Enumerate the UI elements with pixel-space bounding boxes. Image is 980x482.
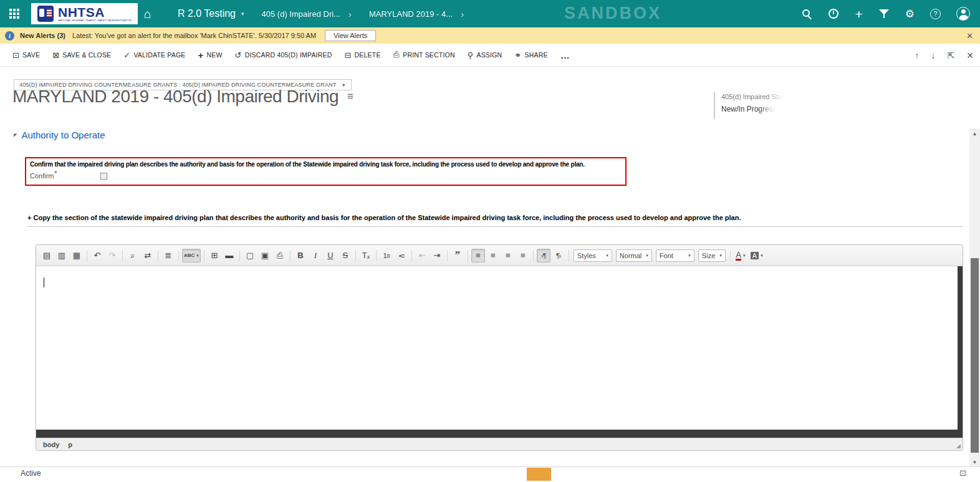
- close-button[interactable]: ✕: [966, 51, 974, 60]
- find-icon[interactable]: ⌕: [126, 249, 140, 263]
- align-left-icon[interactable]: ≡: [471, 249, 485, 263]
- remove-format-button[interactable]: Tₓ: [359, 249, 373, 263]
- home-icon[interactable]: ⌂: [144, 7, 151, 20]
- paste-from-word-icon[interactable]: ▦: [70, 249, 84, 263]
- print-icon[interactable]: ⎙: [273, 249, 287, 263]
- blockquote-icon[interactable]: ”: [451, 249, 464, 263]
- view-alerts-button[interactable]: View Alerts: [325, 30, 376, 41]
- help-icon[interactable]: ?: [930, 9, 941, 19]
- bullet-list-icon[interactable]: •≡: [395, 249, 408, 263]
- scroll-up-arrow[interactable]: ▲: [969, 128, 980, 139]
- background-color-button[interactable]: A▾: [749, 249, 765, 263]
- validate-page-button[interactable]: ✓VALIDATE PAGE: [117, 44, 191, 66]
- quick-create-icon[interactable]: +: [855, 7, 862, 21]
- paste-plain-text-icon[interactable]: ▥: [55, 249, 69, 263]
- save-button[interactable]: ⊡SAVE: [6, 44, 46, 66]
- bold-button[interactable]: B: [294, 249, 307, 263]
- preview-icon[interactable]: ▣: [258, 249, 272, 263]
- page-title: MARYLAND 2019 - 405(d) Impaired Driving …: [12, 87, 353, 107]
- nhtsa-logo[interactable]: NHTSA NATIONAL HIGHWAY TRAFFIC SAFETY AD…: [31, 3, 138, 24]
- new-button[interactable]: +NEW: [192, 44, 229, 66]
- glyph: B: [297, 251, 303, 260]
- discard-button[interactable]: ↺DISCARD 405(D) IMPAIRED: [229, 44, 339, 66]
- increase-indent-icon[interactable]: ⇥: [430, 249, 444, 263]
- unsaved-indicator-icon: ⊡: [959, 468, 966, 478]
- record-title-text: MARYLAND 2019 - 405(d) Impaired Driving: [12, 87, 339, 107]
- status-field-label: 405(d) Impaired Statu: [721, 93, 784, 100]
- share-icon: ⚭: [514, 51, 521, 60]
- align-justify-icon[interactable]: ≡: [516, 249, 530, 263]
- app-launcher-button[interactable]: [0, 0, 29, 27]
- text-direction-ltr-icon[interactable]: ›¶: [537, 249, 550, 263]
- toolbar-separator: [533, 250, 534, 261]
- paste-icon[interactable]: ▤: [40, 249, 54, 263]
- chevron-down-icon: ▾: [761, 253, 763, 258]
- confirm-checkbox[interactable]: [100, 173, 107, 180]
- user-avatar[interactable]: [956, 7, 970, 21]
- glyph: ▣: [261, 251, 269, 260]
- text-direction-rtl-icon[interactable]: ¶‹: [552, 249, 565, 263]
- filter-icon[interactable]: [878, 8, 890, 19]
- replace-icon[interactable]: ⇄: [141, 249, 155, 263]
- settings-gear-icon[interactable]: ⚙: [905, 9, 915, 19]
- popout-button[interactable]: ⇱: [948, 51, 955, 60]
- more-commands-button[interactable]: …: [554, 44, 576, 66]
- underline-button[interactable]: U: [324, 249, 337, 263]
- form-selector-icon[interactable]: ≡: [347, 90, 353, 103]
- recent-items-icon[interactable]: [828, 8, 839, 19]
- print-section-button[interactable]: ⎙PRINT SECTION: [387, 44, 461, 66]
- save-and-close-icon: ⊠: [52, 51, 59, 60]
- size-dropdown[interactable]: Size▾: [698, 249, 726, 262]
- align-center-icon[interactable]: ≡: [486, 249, 500, 263]
- share-button[interactable]: ⚭SHARE: [508, 44, 554, 66]
- toolbar-separator: [447, 250, 448, 261]
- horizontal-line-icon[interactable]: ▬: [223, 249, 236, 263]
- styles-dropdown[interactable]: Styles▾: [574, 249, 612, 262]
- search-icon[interactable]: [801, 8, 812, 19]
- element-path-p[interactable]: p: [68, 441, 72, 448]
- editor-vertical-scrollbar[interactable]: [958, 266, 963, 430]
- element-path-body[interactable]: body: [43, 441, 59, 448]
- font-dropdown[interactable]: Font▾: [656, 249, 694, 262]
- format-dropdown[interactable]: Normal▾: [616, 249, 652, 262]
- editor-horizontal-scrollbar[interactable]: [36, 430, 963, 438]
- strikethrough-button[interactable]: S: [339, 249, 352, 263]
- resize-grip-icon[interactable]: [956, 444, 961, 448]
- assign-button[interactable]: ⚲ASSIGN: [461, 44, 509, 66]
- glyph: ≡: [506, 251, 511, 260]
- page-scrollbar[interactable]: ▲ ▼: [969, 128, 980, 468]
- breadcrumb-item-record[interactable]: MARYLAND 2019 - 4...: [369, 9, 453, 19]
- insert-table-icon[interactable]: ⊞: [208, 249, 221, 263]
- glyph: ≡: [521, 251, 526, 260]
- align-right-icon[interactable]: ≡: [501, 249, 515, 263]
- app-area-selector[interactable]: R 2.0 Testing ▾: [178, 8, 244, 19]
- spell-check-button[interactable]: ABC▾: [182, 249, 201, 263]
- italic-button[interactable]: I: [309, 249, 322, 263]
- header-status-field[interactable]: 405(d) Impaired Statu New/In Progress: [714, 92, 784, 119]
- scrollbar-thumb[interactable]: [971, 258, 979, 453]
- select-all-icon[interactable]: ≣: [161, 249, 175, 263]
- validate-page-icon: ✓: [123, 51, 130, 60]
- assign-icon: ⚲: [468, 51, 474, 60]
- previous-record-button[interactable]: ↑: [915, 51, 920, 60]
- waffle-icon: [9, 9, 12, 11]
- next-record-button[interactable]: ↓: [931, 51, 936, 60]
- save-and-close-button[interactable]: ⊠SAVE & CLOSE: [46, 44, 117, 66]
- glyph: •≡: [399, 252, 404, 259]
- toolbar-separator: [376, 250, 377, 261]
- text-color-button[interactable]: A▾: [734, 249, 747, 263]
- section-header-authority-to-operate[interactable]: ◤ Authority to Operate: [14, 130, 105, 140]
- glyph: ▢: [246, 251, 254, 260]
- alert-close-icon[interactable]: ✕: [966, 31, 973, 41]
- breadcrumb-item-entity[interactable]: 405 (d) Impaired Dri...: [262, 9, 340, 19]
- undo-icon[interactable]: ↶: [90, 249, 104, 263]
- delete-button[interactable]: ⊟DELETE: [338, 44, 387, 66]
- numbered-list-icon[interactable]: 1≡: [380, 249, 393, 263]
- new-page-icon[interactable]: ▢: [243, 249, 257, 263]
- editor-content[interactable]: [36, 266, 963, 430]
- toolbar-separator: [411, 250, 412, 261]
- more-commands-icon: …: [560, 50, 570, 60]
- command-label: SAVE: [22, 51, 40, 59]
- toolbar-separator: [569, 250, 569, 261]
- rich-text-editor: ▤▥▦↶↷⌕⇄≣ABC▾⊞▬▢▣⎙BIUSTₓ1≡•≡⇤⇥”≡≡≡≡›¶¶‹St…: [36, 244, 963, 451]
